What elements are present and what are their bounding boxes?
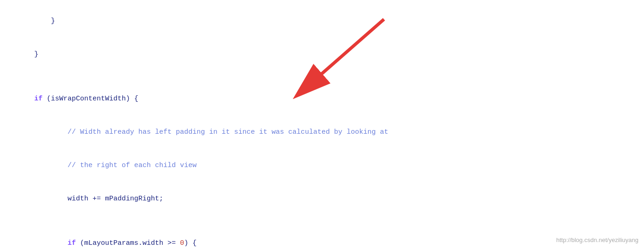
keyword-if2: if	[68, 239, 76, 247]
code-line-4: if (isWrapContentWidth) {	[9, 82, 635, 116]
code-text: (isWrapContentWidth) {	[43, 95, 138, 103]
code-text	[34, 239, 68, 247]
code-line-9: if (mLayoutParams.width >= 0) {	[9, 227, 635, 249]
code-line-1: }	[9, 5, 635, 38]
code-line-3	[9, 71, 635, 82]
comment-text: // the right of each child view	[34, 162, 197, 169]
comment-text: // Width already has left padding in it …	[34, 128, 388, 136]
keyword-if: if	[34, 95, 43, 103]
code-container: } } if (isWrapContentWidth) { // Width a…	[0, 0, 644, 249]
code-line-7: width += mPaddingRight;	[9, 182, 635, 216]
watermark: http://blog.csdn.net/yeziliuyang	[556, 236, 638, 245]
code-text: }	[34, 17, 55, 25]
code-text: }	[34, 50, 38, 58]
code-text: (mLayoutParams.width >=	[76, 239, 180, 247]
code-line-2: }	[9, 38, 635, 71]
number-zero: 0	[180, 239, 184, 247]
code-block: } } if (isWrapContentWidth) { // Width a…	[9, 5, 635, 249]
code-line-5: // Width already has left padding in it …	[9, 116, 635, 149]
code-line-6: // the right of each child view	[9, 149, 635, 182]
code-text: width += mPaddingRight;	[34, 195, 163, 203]
code-text: ) {	[184, 239, 197, 247]
code-line-8	[9, 216, 635, 227]
